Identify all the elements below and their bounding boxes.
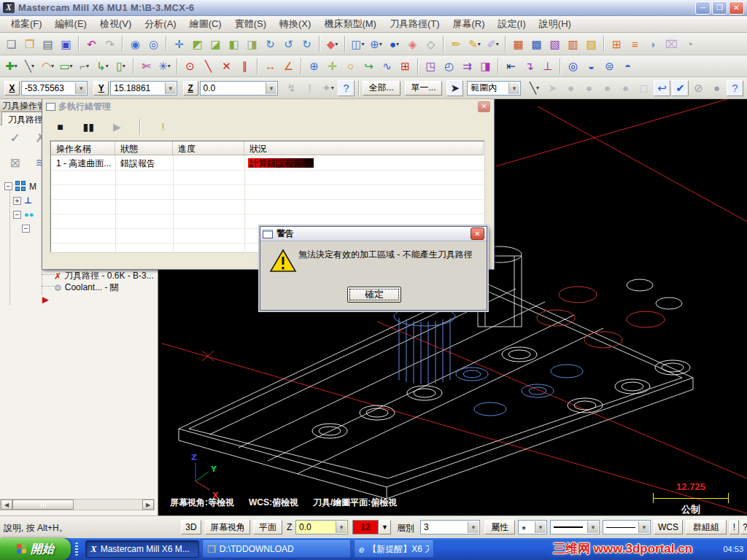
cell-status[interactable]: 錯誤報告 <box>115 156 173 170</box>
save-icon[interactable]: ▣ <box>58 36 74 52</box>
analyze-distance-icon[interactable]: ↔ <box>262 58 279 74</box>
curve-flow-icon[interactable]: ↪ <box>360 58 377 74</box>
undo-selection-icon[interactable]: ↩ <box>654 80 670 96</box>
chevron-down-icon[interactable] <box>638 521 649 533</box>
tree-node-properties[interactable]: + ⊥ <box>13 195 32 206</box>
align-icon[interactable]: ⇤ <box>503 58 519 74</box>
menu-file[interactable]: 檔案(F) <box>4 16 49 32</box>
window-titlebar[interactable]: X Mastercam Mill X6 MU1 M:\B-3.MCX-6 ─ ❐… <box>0 0 747 16</box>
tree-node-toolpath-file[interactable]: ✗ 刀具路徑 - 0.6K - B-3... <box>54 270 154 282</box>
create-fillet-icon[interactable]: ⌐▾ <box>76 58 93 74</box>
clipped-edge-icon[interactable]: ◔ <box>681 36 698 52</box>
menu-machine-type[interactable]: 機床類型(M) <box>317 16 383 32</box>
scroll-left-icon[interactable]: ◀ <box>1 499 12 510</box>
menu-xform[interactable]: 轉換(X) <box>273 16 317 32</box>
screen-combine-icon[interactable]: ▦ <box>510 36 527 52</box>
panel-horizontal-scrollbar[interactable]: ◀ ▶ <box>0 499 155 510</box>
select-cube-icon[interactable]: ◻ <box>635 80 652 96</box>
z-axis-button[interactable]: Z <box>183 81 198 96</box>
analyze-angle-icon[interactable]: ∠ <box>280 58 297 74</box>
spiral-toolpath-icon[interactable]: ◎ <box>565 58 581 74</box>
chevron-down-icon[interactable] <box>468 521 479 533</box>
tree-node-operation[interactable]: − <box>22 225 30 233</box>
collapse-icon[interactable]: − <box>22 225 30 233</box>
menu-view[interactable]: 檢視(V) <box>93 16 138 32</box>
point-origin-icon[interactable]: ⊙ <box>182 58 198 74</box>
menu-settings[interactable]: 設定(I) <box>492 16 533 32</box>
tree-node-coolant[interactable]: ⚙ Coolant... - 關 <box>54 281 119 294</box>
current-color-swatch[interactable]: 12 <box>352 520 379 534</box>
zoom-window-icon[interactable]: ◉ <box>127 36 144 52</box>
create-point-icon[interactable]: ✚▾ <box>3 58 20 74</box>
screen-result-icon[interactable]: ▩ <box>528 36 545 52</box>
mesh-frame-icon[interactable]: ⊞ <box>397 58 414 74</box>
delete-duplicates-icon[interactable]: ∥ <box>236 58 253 74</box>
menu-analyze[interactable]: 分析(A) <box>138 16 182 32</box>
level-input[interactable]: 3 <box>420 520 480 534</box>
close-icon[interactable]: ✕ <box>471 228 484 240</box>
wcs-button[interactable]: WCS <box>654 520 683 534</box>
x-coordinate-input[interactable]: -53.75563 <box>21 81 88 96</box>
project-icon[interactable]: ⊥ <box>539 58 556 74</box>
chevron-down-icon[interactable] <box>535 521 546 533</box>
tree-node-toolpath-group[interactable]: − ●● <box>13 210 34 219</box>
print-icon[interactable]: ▤ <box>39 36 56 52</box>
circle-entity-icon[interactable]: ○ <box>342 58 359 74</box>
create-arc-icon[interactable]: ◠▾ <box>39 58 56 74</box>
z-coordinate-input[interactable]: 0.0 <box>200 81 278 96</box>
pencil-icon[interactable]: ✏ <box>448 36 465 52</box>
chevron-down-icon[interactable] <box>508 82 519 94</box>
stop-icon[interactable]: ■ <box>52 119 69 135</box>
resume-icon[interactable]: ▶ <box>109 119 125 135</box>
y-coordinate-input[interactable]: 15.18861 <box>110 81 177 96</box>
xform-stretch-icon[interactable]: ✳▾ <box>156 58 173 74</box>
face-toolpath-icon[interactable]: ⊜ <box>601 58 618 74</box>
nesting-icon[interactable]: ↴ <box>521 58 538 74</box>
rotate-yz-icon[interactable]: ↻ <box>298 36 315 52</box>
create-spline-icon[interactable]: ↳▾ <box>94 58 111 74</box>
rotate-xy-icon[interactable]: ↻ <box>262 36 279 52</box>
xform-offset-icon[interactable]: ⇉ <box>459 58 476 74</box>
solid-shaded-icon[interactable]: ◈ <box>404 36 421 52</box>
zoom-unzoom-icon[interactable]: ◎ <box>145 36 162 52</box>
chevron-down-icon[interactable] <box>266 82 276 94</box>
select-solids-3-icon[interactable]: ● <box>599 80 616 96</box>
sketch-line-small-icon[interactable]: ╲▾ <box>526 80 543 96</box>
close-icon[interactable]: ✕ <box>729 1 744 15</box>
scroll-right-icon[interactable]: ▶ <box>142 499 154 510</box>
attributes-button[interactable]: 屬性 <box>484 520 515 534</box>
select-single-button[interactable]: 單一... <box>405 81 443 96</box>
3d-mode-button[interactable]: 3D <box>181 520 201 534</box>
fast-point-icon[interactable]: ↯ <box>283 80 300 96</box>
select-solids-1-icon[interactable]: ● <box>562 80 579 96</box>
pocket-toolpath-icon[interactable]: ◒ <box>583 58 600 74</box>
taskbar-item-mastercam[interactable]: X Mastercam Mill X6 M... <box>85 540 199 558</box>
gview-front-icon[interactable]: ◪ <box>207 36 224 52</box>
blank-entity-icon[interactable]: ✐▾ <box>484 36 501 52</box>
alert-icon[interactable]: ! <box>155 119 171 135</box>
taskbar-item-folder[interactable]: ❒ D:\TDDOWNLOAD <box>202 540 351 558</box>
wcs-globe-icon[interactable]: ⊕ <box>306 58 322 74</box>
help-icon[interactable]: ? <box>338 80 355 96</box>
close-icon[interactable]: ✕ <box>478 101 490 112</box>
autocursor-icon[interactable]: ✦▾ <box>320 80 336 96</box>
new-file-icon[interactable]: ❏ <box>3 36 20 52</box>
undo-icon[interactable]: ↶ <box>83 36 100 52</box>
lock-icon[interactable]: ⊠ <box>7 155 23 171</box>
fit-screen-icon[interactable]: ✛ <box>171 36 187 52</box>
y-axis-button[interactable]: Y <box>93 81 109 96</box>
xform-translate-icon[interactable]: ◳ <box>422 58 439 74</box>
quick-launch-grip[interactable] <box>75 542 78 556</box>
collapse-icon[interactable]: − <box>4 182 12 190</box>
xform-mirror-icon[interactable]: ◨ <box>477 58 494 74</box>
insert-arrow-icon[interactable]: ► <box>40 293 51 306</box>
shading-settings-icon[interactable]: ◆▾ <box>324 36 341 52</box>
wireframe-display-icon[interactable]: ◫▾ <box>349 36 366 52</box>
taskbar-item-browser[interactable]: e 【新提醒】X6 刀路,... <box>354 540 434 558</box>
clear-selection-icon[interactable]: ⊘ <box>690 80 707 96</box>
help-button[interactable]: ? <box>740 520 747 534</box>
line-style-select[interactable] <box>550 520 600 534</box>
pencil-multi-icon[interactable]: ✎▾ <box>466 36 483 52</box>
select-solids-2-icon[interactable]: ● <box>581 80 597 96</box>
select-solids-4-icon[interactable]: ● <box>617 80 634 96</box>
